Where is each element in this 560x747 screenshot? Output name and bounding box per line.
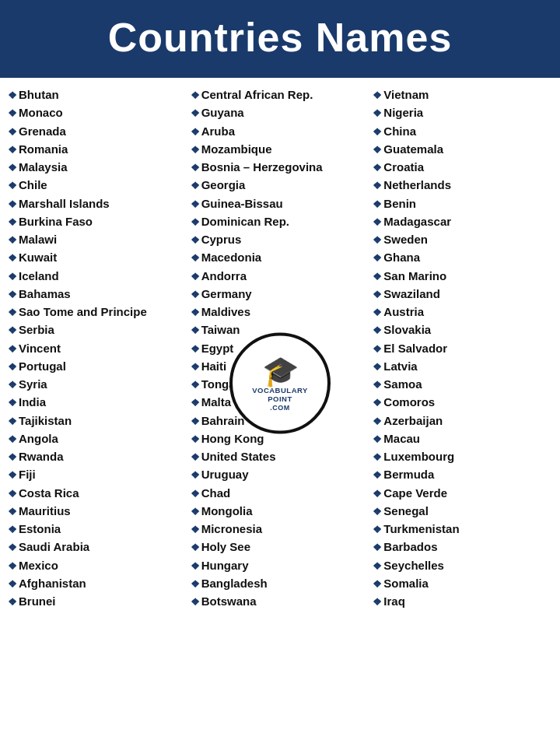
- country-name: Turkmenistan: [383, 520, 459, 538]
- diamond-icon: ❖: [8, 377, 17, 393]
- country-name: Portugal: [19, 357, 66, 375]
- list-item: ❖Bermuda: [373, 465, 552, 483]
- diamond-icon: ❖: [373, 359, 382, 375]
- list-item: ❖Bhutan: [8, 86, 187, 103]
- country-name: Kuwait: [19, 248, 57, 266]
- list-item: ❖Aruba: [191, 122, 370, 140]
- country-name: Slovakia: [383, 321, 431, 338]
- list-item: ❖Barbados: [373, 538, 552, 556]
- country-name: Chile: [19, 176, 47, 194]
- list-item: ❖China: [373, 122, 552, 140]
- list-item: ❖Angola: [8, 430, 187, 447]
- list-item: ❖Kuwait: [8, 248, 187, 266]
- list-item: ❖Macau: [373, 430, 552, 447]
- list-item: ❖Mongolia: [191, 502, 370, 520]
- list-item: ❖Croatia: [373, 158, 552, 176]
- list-item: ❖Somalia: [373, 574, 552, 592]
- country-name: Azerbaijan: [383, 412, 443, 430]
- list-item: ❖Cyprus: [191, 230, 370, 248]
- country-name: Costa Rica: [19, 484, 79, 502]
- country-name: Georgia: [201, 176, 246, 194]
- page-title: Countries Names: [16, 14, 544, 61]
- country-name: Iceland: [19, 267, 59, 285]
- diamond-icon: ❖: [8, 359, 17, 375]
- list-item: ❖Grenada: [8, 122, 187, 140]
- diamond-icon: ❖: [191, 377, 200, 393]
- diamond-icon: ❖: [8, 197, 17, 212]
- diamond-icon: ❖: [373, 414, 382, 430]
- diamond-icon: ❖: [191, 160, 200, 176]
- list-item: ❖Guyana: [191, 103, 370, 121]
- country-name: Afghanistan: [19, 574, 86, 592]
- page-wrapper: Countries Names ❖Bhutan❖Monaco❖Grenada❖R…: [0, 0, 560, 618]
- country-name: Ghana: [383, 248, 420, 266]
- list-item: ❖Malaysia: [8, 158, 187, 176]
- diamond-icon: ❖: [8, 522, 17, 538]
- country-name: Benin: [383, 195, 416, 212]
- country-name: Senegal: [383, 502, 429, 520]
- country-name: Hong Kong: [201, 430, 264, 447]
- diamond-icon: ❖: [191, 106, 200, 121]
- list-item: ❖Ghana: [373, 248, 552, 266]
- country-name: Samoa: [383, 375, 422, 393]
- country-name: Botswana: [201, 592, 257, 610]
- diamond-icon: ❖: [373, 197, 382, 212]
- diamond-icon: ❖: [8, 305, 17, 321]
- list-item: ❖Netherlands: [373, 176, 552, 194]
- diamond-icon: ❖: [373, 233, 382, 248]
- diamond-icon: ❖: [191, 450, 200, 465]
- list-item: ❖Nigeria: [373, 103, 552, 121]
- country-name: Cape Verde: [383, 484, 447, 502]
- list-item: ❖Macedonia: [191, 248, 370, 266]
- diamond-icon: ❖: [191, 178, 200, 194]
- diamond-icon: ❖: [373, 504, 382, 520]
- diamond-icon: ❖: [373, 577, 382, 592]
- country-name: Mauritius: [19, 502, 71, 520]
- logo-text-line3: .COM: [270, 403, 290, 411]
- diamond-icon: ❖: [191, 142, 200, 158]
- list-item: ❖Madagascar: [373, 212, 552, 230]
- list-item: ❖Botswana: [191, 592, 370, 610]
- diamond-icon: ❖: [8, 178, 17, 194]
- list-item: ❖Samoa: [373, 375, 552, 393]
- list-item: ❖Vietnam: [373, 86, 552, 103]
- list-item: ❖Tajikistan: [8, 412, 187, 430]
- diamond-icon: ❖: [8, 124, 17, 140]
- diamond-icon: ❖: [373, 142, 382, 158]
- diamond-icon: ❖: [191, 468, 200, 483]
- country-name: Sao Tome and Principe: [19, 303, 147, 321]
- diamond-icon: ❖: [373, 215, 382, 230]
- list-item: ❖Marshall Islands: [8, 195, 187, 212]
- country-name: Maldives: [201, 303, 250, 321]
- logo-icon: 🎓: [262, 356, 299, 385]
- diamond-icon: ❖: [191, 540, 200, 556]
- country-name: Bermuda: [383, 465, 434, 483]
- diamond-icon: ❖: [191, 269, 200, 285]
- diamond-icon: ❖: [373, 251, 382, 266]
- country-name: India: [19, 393, 46, 411]
- country-name: Guyana: [201, 103, 244, 121]
- list-item: ❖Monaco: [8, 103, 187, 121]
- diamond-icon: ❖: [373, 395, 382, 411]
- list-item: ❖Vincent: [8, 339, 187, 357]
- diamond-icon: ❖: [373, 486, 382, 502]
- list-item: ❖Burkina Faso: [8, 212, 187, 230]
- list-item: ❖Azerbaijan: [373, 412, 552, 430]
- diamond-icon: ❖: [191, 215, 200, 230]
- diamond-icon: ❖: [8, 468, 17, 483]
- diamond-icon: ❖: [191, 251, 200, 266]
- country-name: Guatemala: [383, 140, 443, 158]
- column-1: ❖Bhutan❖Monaco❖Grenada❖Romania❖Malaysia❖…: [6, 86, 189, 610]
- diamond-icon: ❖: [373, 342, 382, 357]
- country-name: Mexico: [19, 556, 58, 574]
- country-name: Syria: [19, 375, 47, 393]
- diamond-icon: ❖: [373, 450, 382, 465]
- list-item: ❖Micronesia: [191, 520, 370, 538]
- diamond-icon: ❖: [191, 522, 200, 538]
- country-name: Haiti: [201, 357, 227, 375]
- list-item: ❖Austria: [373, 303, 552, 321]
- list-item: ❖Bosnia – Herzegovina: [191, 158, 370, 176]
- list-item: ❖Comoros: [373, 393, 552, 411]
- country-name: Malawi: [19, 230, 57, 248]
- list-item: ❖Romania: [8, 140, 187, 158]
